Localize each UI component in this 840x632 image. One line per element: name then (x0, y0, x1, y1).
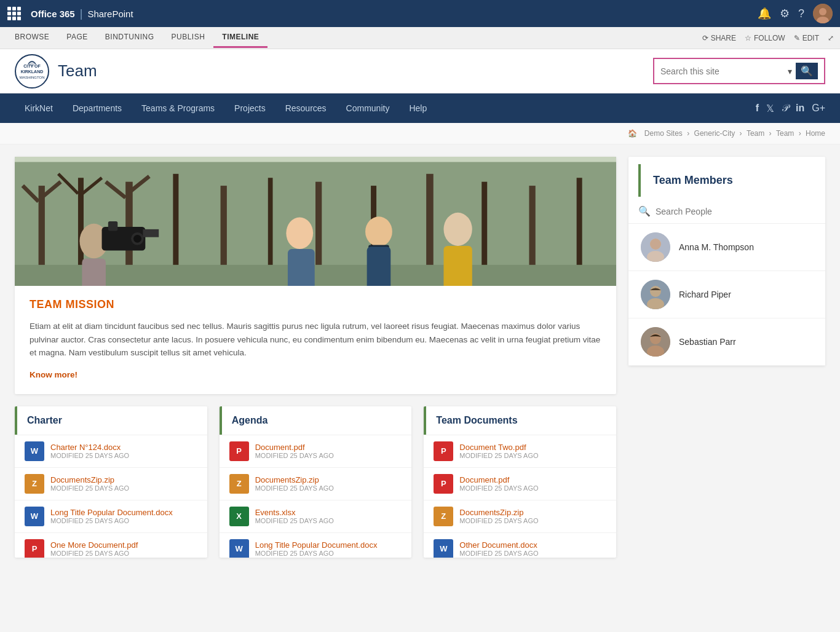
follow-action[interactable]: ☆ FOLLOW (745, 34, 785, 42)
nav-help[interactable]: Help (399, 95, 437, 122)
doc-name[interactable]: Document.pdf (255, 443, 334, 452)
notification-icon[interactable]: 🔔 (758, 7, 771, 20)
pdf-icon: P (229, 441, 249, 461)
team-doc-2[interactable]: P Document.pdf MODIFIED 25 DAYS AGO (424, 467, 616, 500)
member-avatar-richard (641, 280, 670, 309)
doc-name[interactable]: Long Title Popular Document.docx (255, 540, 378, 550)
doc-name[interactable]: DocumentsZip.zip (255, 475, 334, 484)
team-doc-1[interactable]: P Document Two.pdf MODIFIED 25 DAYS AGO (424, 435, 616, 467)
member-item-anna[interactable]: Anna M. Thompson (628, 224, 825, 271)
zip-icon: Z (434, 507, 453, 526)
doc-name[interactable]: DocumentsZip.zip (50, 475, 129, 484)
team-docs-title: Team Documents (424, 406, 616, 435)
nav-items: KirkNet Departments Teams & Programs Pro… (15, 95, 437, 122)
help-icon[interactable]: ? (798, 7, 804, 20)
doc-name[interactable]: Charter N°124.docx (50, 443, 129, 452)
share-action[interactable]: ⟳ SHARE (702, 34, 736, 42)
apps-grid-icon[interactable] (7, 7, 21, 20)
search-input[interactable] (660, 66, 788, 76)
pinterest-icon[interactable]: 𝒫 (782, 103, 788, 114)
team-docs-list: P Document Two.pdf MODIFIED 25 DAYS AGO … (424, 435, 616, 558)
edit-action[interactable]: ✎ EDIT (794, 34, 819, 42)
share-icon: ⟳ (702, 34, 708, 42)
charter-list: W Charter N°124.docx MODIFIED 25 DAYS AG… (15, 435, 207, 558)
doc-name[interactable]: Long Title Popular Document.docx (50, 508, 173, 517)
site-search-box[interactable]: ▾ 🔍 (653, 58, 825, 84)
pdf-icon: P (434, 441, 453, 461)
svg-rect-42 (443, 246, 472, 286)
doc-date: MODIFIED 25 DAYS AGO (255, 517, 334, 524)
breadcrumb-generic-city[interactable]: Generic-City (694, 129, 735, 138)
nav-resources[interactable]: Resources (275, 95, 336, 122)
charter-doc-2[interactable]: Z DocumentsZip.zip MODIFIED 25 DAYS AGO (15, 467, 207, 500)
people-search-input[interactable] (656, 207, 815, 216)
people-search-box[interactable]: 🔍 (628, 199, 825, 224)
nav-community[interactable]: Community (336, 95, 400, 122)
fullscreen-action[interactable]: ⤢ (828, 34, 834, 42)
search-button[interactable]: 🔍 (796, 63, 818, 79)
nav-kirknet[interactable]: KirkNet (15, 95, 63, 122)
site-logo[interactable]: CITY OF KIRKLAND WASHINGTON (15, 54, 49, 89)
zip-icon: Z (25, 474, 44, 494)
app-branding: Office 365 | SharePoint (31, 7, 133, 20)
right-column: Team Members 🔍 Anna M. Thompson (628, 157, 825, 558)
doc-info: Other Document.docx MODIFIED 25 DAYS AGO (459, 540, 538, 557)
svg-rect-35 (143, 229, 159, 237)
doc-name[interactable]: Other Document.docx (459, 540, 538, 550)
breadcrumb-team1[interactable]: Team (747, 129, 764, 138)
doc-name[interactable]: Document.pdf (459, 475, 538, 484)
follow-label: FOLLOW (754, 34, 785, 42)
team-mission-heading: TEAM MISSION (30, 298, 601, 311)
follow-icon: ☆ (745, 34, 751, 42)
tab-publish[interactable]: PUBLISH (162, 28, 213, 48)
agenda-doc-1[interactable]: P Document.pdf MODIFIED 25 DAYS AGO (220, 435, 412, 467)
tab-page[interactable]: PAGE (58, 28, 96, 48)
charter-doc-3[interactable]: W Long Title Popular Document.docx MODIF… (15, 500, 207, 532)
facebook-icon[interactable]: f (756, 103, 759, 114)
nav-departments[interactable]: Departments (63, 95, 132, 122)
member-item-sebastian[interactable]: Sebastian Parr (628, 318, 825, 366)
page-title: Team (58, 61, 97, 81)
twitter-icon[interactable]: 𝕏 (766, 103, 774, 114)
agenda-list: P Document.pdf MODIFIED 25 DAYS AGO Z Do… (220, 435, 412, 558)
agenda-title: Agenda (220, 406, 412, 435)
tab-browse[interactable]: BROWSE (6, 28, 58, 48)
doc-name[interactable]: One More Document.pdf (50, 540, 138, 550)
charter-doc-1[interactable]: W Charter N°124.docx MODIFIED 25 DAYS AG… (15, 435, 207, 467)
edit-icon: ✎ (794, 34, 800, 42)
member-avatar-sebastian (641, 327, 670, 357)
edit-label: EDIT (802, 34, 819, 42)
agenda-doc-2[interactable]: Z DocumentsZip.zip MODIFIED 25 DAYS AGO (220, 467, 412, 500)
doc-name[interactable]: DocumentsZip.zip (459, 508, 538, 517)
nav-projects[interactable]: Projects (224, 95, 275, 122)
settings-icon[interactable]: ⚙ (780, 7, 790, 20)
googleplus-icon[interactable]: G+ (812, 103, 825, 114)
team-members-title: Team Members (638, 164, 825, 197)
know-more-link[interactable]: Know more! (30, 370, 77, 379)
linkedin-icon[interactable]: in (796, 103, 804, 114)
ribbon-tabs: BROWSE PAGE BINDTUNING PUBLISH TIMELINE (6, 28, 267, 48)
breadcrumb-team2[interactable]: Team (776, 129, 794, 138)
charter-title: Charter (15, 406, 207, 435)
nav-teams-programs[interactable]: Teams & Programs (132, 95, 224, 122)
doc-date: MODIFIED 25 DAYS AGO (50, 550, 138, 557)
doc-date: MODIFIED 25 DAYS AGO (459, 484, 538, 492)
doc-info: DocumentsZip.zip MODIFIED 25 DAYS AGO (459, 508, 538, 524)
team-doc-4[interactable]: W Other Document.docx MODIFIED 25 DAYS A… (424, 532, 616, 558)
tab-timeline[interactable]: TIMELINE (213, 28, 267, 48)
doc-date: MODIFIED 25 DAYS AGO (459, 550, 538, 557)
charter-doc-4[interactable]: P One More Document.pdf MODIFIED 25 DAYS… (15, 532, 207, 558)
tab-bindtuning[interactable]: BINDTUNING (97, 28, 163, 48)
doc-name[interactable]: Events.xlsx (255, 508, 334, 517)
site-header: CITY OF KIRKLAND WASHINGTON Team ▾ 🔍 (0, 49, 840, 93)
bottom-doc-row: Charter W Charter N°124.docx MODIFIED 25… (15, 406, 616, 558)
member-item-richard[interactable]: Richard Piper (628, 271, 825, 318)
agenda-doc-3[interactable]: X Events.xlsx MODIFIED 25 DAYS AGO (220, 500, 412, 532)
home-icon: 🏠 (628, 129, 637, 138)
svg-point-41 (443, 213, 472, 246)
user-avatar[interactable] (813, 4, 833, 23)
team-doc-3[interactable]: Z DocumentsZip.zip MODIFIED 25 DAYS AGO (424, 500, 616, 532)
doc-name[interactable]: Document Two.pdf (459, 443, 538, 452)
breadcrumb-demo-sites[interactable]: Demo Sites (644, 129, 683, 138)
agenda-doc-4[interactable]: W Long Title Popular Document.docx MODIF… (220, 532, 412, 558)
